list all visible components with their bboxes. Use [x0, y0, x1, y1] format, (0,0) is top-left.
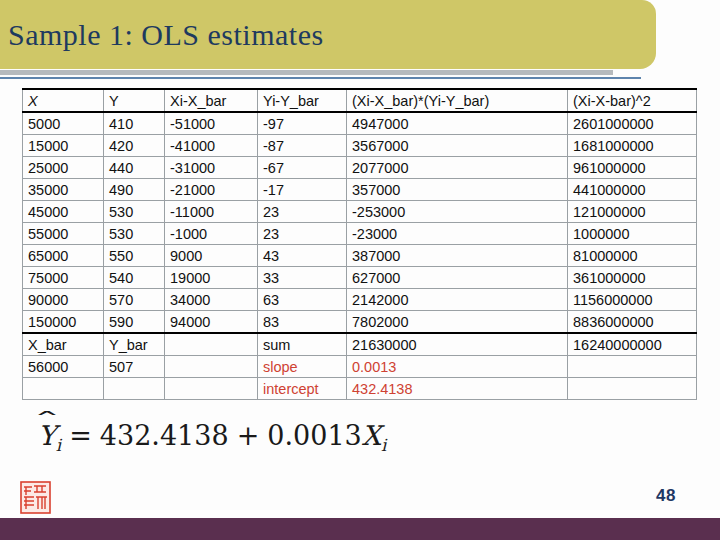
table-cell: 35000 [23, 179, 104, 201]
table-cell: 4947000 [347, 112, 568, 135]
table-header-cell: X [23, 89, 104, 112]
table-cell: 961000000 [568, 157, 697, 179]
table-cell: 16240000000 [568, 333, 697, 356]
table-cell: 8836000000 [568, 311, 697, 334]
table-cell: 65000 [23, 245, 104, 267]
table-cell: 23 [258, 223, 347, 245]
table-cell: -41000 [165, 135, 258, 157]
table-cell [165, 378, 258, 400]
table-cell: -1000 [165, 223, 258, 245]
seal-stamp-icon [20, 481, 51, 514]
table-cell: 432.4138 [347, 378, 568, 400]
page-number: 48 [656, 486, 676, 506]
table-header-cell: Y [104, 89, 165, 112]
banner-underline-shadow [0, 70, 613, 75]
table-header-cell: (Xi-X_bar)*(Yi-Y_bar) [347, 89, 568, 112]
table-row: 6500055090004338700081000000 [23, 245, 697, 267]
table-cell: -17 [258, 179, 347, 201]
equation-x: X [362, 420, 381, 451]
table-header-cell: Xi-X_bar [165, 89, 258, 112]
table-cell: 1156000000 [568, 289, 697, 311]
table-cell: 43 [258, 245, 347, 267]
table-cell: 56000 [23, 356, 104, 378]
table-cell: 420 [104, 135, 165, 157]
table-row: 55000530-100023-230001000000 [23, 223, 697, 245]
equation-intercept: 432.4138 [100, 420, 229, 451]
table-cell: -11000 [165, 201, 258, 223]
table-cell: 33 [258, 267, 347, 289]
table-cell: X_bar [23, 333, 104, 356]
table-row: X_barY_barsum2163000016240000000 [23, 333, 697, 356]
table-row: 35000490-21000-17357000441000000 [23, 179, 697, 201]
table-cell: -21000 [165, 179, 258, 201]
table-cell: 23 [258, 201, 347, 223]
table-cell: slope [258, 356, 347, 378]
table-cell: 7802000 [347, 311, 568, 334]
table-cell: 90000 [23, 289, 104, 311]
equation-x-sub: i [381, 435, 386, 455]
equation-equals: = [69, 420, 92, 451]
table-header-cell: (Xi-X-bar)^2 [568, 89, 697, 112]
table-cell: 590 [104, 311, 165, 334]
table-cell: 440 [104, 157, 165, 179]
table-cell: 15000 [23, 135, 104, 157]
table-row: 90000570340006321420001156000000 [23, 289, 697, 311]
table-cell: -87 [258, 135, 347, 157]
table-cell [104, 378, 165, 400]
table-cell: 540 [104, 267, 165, 289]
table-row: intercept432.4138 [23, 378, 697, 400]
table-cell [568, 378, 697, 400]
equation-slope: 0.0013 [267, 420, 361, 451]
table-cell: Y_bar [104, 333, 165, 356]
table-header-cell: Yi-Y_bar [258, 89, 347, 112]
table-cell: 94000 [165, 311, 258, 334]
table-row: 15000420-41000-8735670001681000000 [23, 135, 697, 157]
table-row: 56000507slope0.0013 [23, 356, 697, 378]
equation-y-sub: i [56, 435, 61, 455]
table-cell: 361000000 [568, 267, 697, 289]
table-cell: 5000 [23, 112, 104, 135]
table-cell: 2601000000 [568, 112, 697, 135]
table-cell: 530 [104, 201, 165, 223]
table-cell: 410 [104, 112, 165, 135]
table-cell: -97 [258, 112, 347, 135]
table-cell: 83 [258, 311, 347, 334]
banner-underline [0, 77, 641, 79]
table-cell: 150000 [23, 311, 104, 334]
table-cell: 490 [104, 179, 165, 201]
table-cell: 0.0013 [347, 356, 568, 378]
table-cell: 1681000000 [568, 135, 697, 157]
table-cell [23, 378, 104, 400]
table-cell: 2077000 [347, 157, 568, 179]
table-cell: -67 [258, 157, 347, 179]
table-cell: 9000 [165, 245, 258, 267]
regression-equation: ˆYi=432.4138+0.0013Xi [38, 420, 386, 455]
table-cell: 627000 [347, 267, 568, 289]
footer-bar [0, 518, 720, 540]
table-cell: 1000000 [568, 223, 697, 245]
table-cell: sum [258, 333, 347, 356]
table-cell [165, 356, 258, 378]
table-cell: 21630000 [347, 333, 568, 356]
title-banner: Sample 1: OLS estimates [0, 0, 656, 69]
ols-estimates-table: XYXi-X_barYi-Y_bar(Xi-X_bar)*(Yi-Y_bar)(… [22, 88, 697, 400]
table-cell: 121000000 [568, 201, 697, 223]
table-cell: -31000 [165, 157, 258, 179]
table-row: 25000440-31000-672077000961000000 [23, 157, 697, 179]
table-cell: 550 [104, 245, 165, 267]
table-cell: 45000 [23, 201, 104, 223]
table-header-row: XYXi-X_barYi-Y_bar(Xi-X_bar)*(Yi-Y_bar)(… [23, 89, 697, 112]
table-cell: 25000 [23, 157, 104, 179]
widehat-accent: ˆ [32, 408, 60, 433]
table-cell: 75000 [23, 267, 104, 289]
equation-plus: + [237, 420, 260, 451]
table-cell: 2142000 [347, 289, 568, 311]
table-cell: 530 [104, 223, 165, 245]
table-row: 45000530-1100023-253000121000000 [23, 201, 697, 223]
table-cell: 357000 [347, 179, 568, 201]
table-cell: 570 [104, 289, 165, 311]
table-row: 750005401900033627000361000000 [23, 267, 697, 289]
table-cell: 63 [258, 289, 347, 311]
table-cell: 3567000 [347, 135, 568, 157]
table-cell: 34000 [165, 289, 258, 311]
